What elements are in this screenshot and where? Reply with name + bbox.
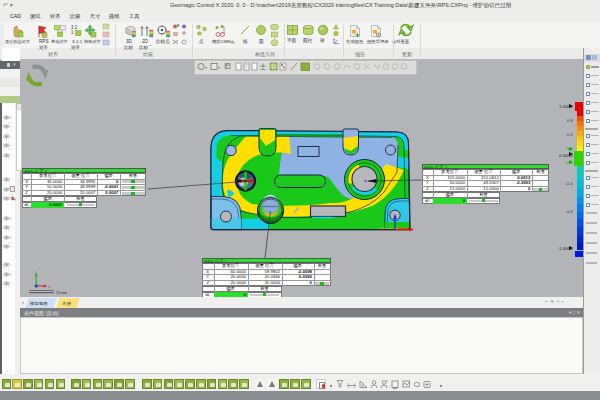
svg-text:x: x xyxy=(49,285,51,289)
svg-text:1: 1 xyxy=(71,30,74,35)
svg-text:25 mm: 25 mm xyxy=(56,291,67,295)
